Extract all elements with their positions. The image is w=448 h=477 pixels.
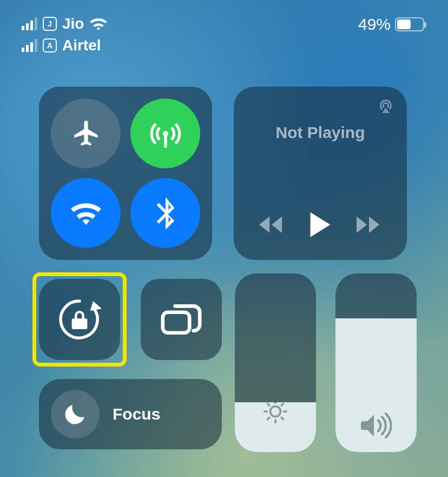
speaker-icon [360, 412, 392, 439]
svg-line-8 [268, 417, 269, 419]
volume-icon-wrap [335, 412, 417, 439]
wifi-button[interactable] [51, 178, 121, 248]
signal-bars-icon [22, 39, 37, 52]
focus-moon-wrap [51, 390, 100, 439]
wifi-status-icon [89, 17, 108, 31]
airplane-icon [70, 118, 102, 149]
svg-line-9 [281, 403, 283, 405]
battery-icon [395, 17, 424, 31]
orientation-lock-icon [56, 296, 103, 343]
status-bar: J Jio A Airtel 49% [0, 13, 448, 56]
bluetooth-icon [154, 197, 177, 230]
next-track-button[interactable] [357, 215, 381, 234]
battery-fill [397, 19, 411, 29]
now-playing-title: Not Playing [247, 123, 394, 142]
brightness-icon-wrap [235, 397, 316, 426]
moon-icon [62, 401, 88, 427]
cellular-data-button[interactable] [130, 99, 200, 168]
battery-percent-label: 49% [358, 15, 391, 34]
svg-line-7 [281, 417, 283, 419]
sim2-carrier-label: Airtel [62, 37, 101, 54]
connectivity-panel[interactable] [39, 87, 212, 260]
control-center: Not Playing Focus [39, 87, 426, 477]
volume-slider[interactable] [335, 273, 417, 452]
previous-track-button[interactable] [259, 215, 284, 234]
sim1-carrier-label: Jio [62, 15, 84, 32]
sun-icon [261, 397, 290, 426]
airplay-icon[interactable] [377, 97, 395, 114]
status-right: 49% [358, 15, 424, 34]
status-row-sim2: A Airtel [22, 35, 426, 56]
airplane-mode-button[interactable] [51, 99, 121, 168]
music-controls [247, 212, 394, 237]
focus-label: Focus [113, 405, 160, 423]
play-button[interactable] [309, 212, 331, 237]
wifi-icon [70, 200, 102, 226]
svg-rect-0 [163, 312, 189, 333]
now-playing-panel[interactable]: Not Playing [234, 87, 407, 260]
focus-button[interactable]: Focus [39, 379, 222, 449]
signal-bars-icon [22, 17, 37, 30]
svg-line-6 [268, 403, 269, 405]
screen-mirroring-icon [161, 302, 202, 337]
screen-mirroring-button[interactable] [141, 279, 222, 360]
cellular-antenna-icon [149, 117, 182, 151]
svg-point-1 [271, 406, 281, 416]
sim1-badge: J [43, 17, 57, 31]
brightness-slider[interactable] [235, 273, 316, 452]
orientation-lock-button[interactable] [39, 279, 120, 360]
bluetooth-button[interactable] [130, 178, 200, 248]
sim2-badge: A [43, 38, 57, 53]
